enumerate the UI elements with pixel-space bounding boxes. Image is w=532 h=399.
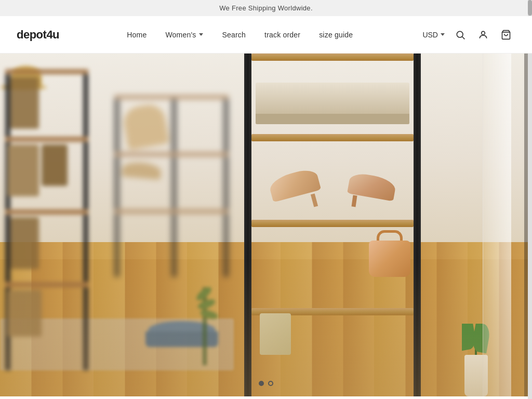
slide-indicator-1[interactable] bbox=[259, 381, 264, 386]
svg-point-0 bbox=[457, 31, 463, 37]
scrollbar-thumb[interactable] bbox=[528, 0, 532, 16]
account-button[interactable] bbox=[474, 25, 493, 44]
nav-home[interactable]: Home bbox=[127, 31, 147, 39]
search-button[interactable] bbox=[451, 25, 470, 44]
svg-line-1 bbox=[462, 36, 465, 39]
hero-scene bbox=[0, 54, 532, 396]
main-nav: Home Women's Search track order size gui… bbox=[127, 30, 353, 39]
header-actions: USD bbox=[420, 25, 515, 44]
announcement-bar: We Free Shipping Worldwide. bbox=[0, 0, 532, 16]
header: depot4u Home Women's Search track order … bbox=[0, 16, 532, 54]
nav-search[interactable]: Search bbox=[222, 31, 246, 39]
hero-overlay bbox=[0, 54, 532, 396]
currency-selector[interactable]: USD bbox=[420, 31, 447, 39]
cart-icon bbox=[501, 30, 511, 40]
logo[interactable]: depot4u bbox=[17, 28, 59, 42]
account-icon bbox=[478, 30, 488, 40]
hero-section bbox=[0, 54, 532, 396]
svg-point-2 bbox=[482, 31, 485, 35]
womens-dropdown-icon bbox=[199, 33, 203, 36]
slide-indicator-2[interactable] bbox=[268, 381, 273, 386]
search-icon bbox=[455, 30, 466, 40]
announcement-text: We Free Shipping Worldwide. bbox=[219, 4, 313, 12]
scrollbar[interactable] bbox=[528, 0, 532, 399]
nav-track-order[interactable]: track order bbox=[264, 31, 300, 39]
cart-button[interactable] bbox=[497, 25, 515, 44]
nav-womens[interactable]: Women's bbox=[165, 31, 203, 39]
nav-size-guide[interactable]: size guide bbox=[319, 31, 353, 39]
slide-indicators bbox=[259, 381, 273, 386]
currency-dropdown-icon bbox=[441, 33, 445, 36]
